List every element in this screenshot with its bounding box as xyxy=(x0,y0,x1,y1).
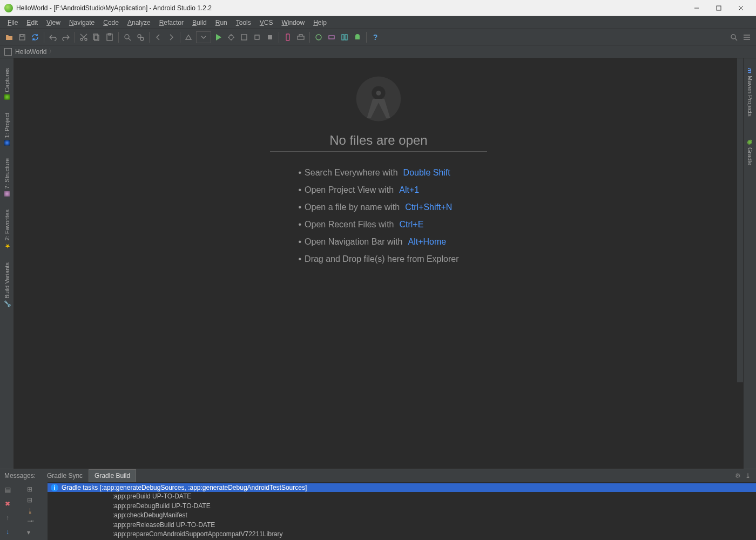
task-header-text: Gradle tasks [:app:generateDebugSources,… xyxy=(62,484,307,491)
toolbar-menu-icon[interactable] xyxy=(741,31,753,43)
help-icon[interactable]: ? xyxy=(369,31,381,43)
left-tab-captures[interactable]: Captures xyxy=(4,63,10,105)
forward-icon[interactable] xyxy=(165,31,177,43)
chevron-right-icon: 〉 xyxy=(49,47,55,56)
messages-tabbar: Messages: Gradle SyncGradle Build ⚙ ⥕ xyxy=(0,469,756,482)
svg-point-14 xyxy=(140,37,144,40)
debug-icon[interactable] xyxy=(225,31,237,43)
svg-rect-16 xyxy=(241,35,247,40)
sync-icon[interactable] xyxy=(29,31,41,43)
maximize-button[interactable] xyxy=(708,1,730,15)
left-tab-2-favorites[interactable]: ★2: Favorites xyxy=(3,204,10,255)
make-icon[interactable] xyxy=(183,31,195,43)
paste-icon[interactable] xyxy=(104,31,116,43)
menubar: FileEditViewNavigateCodeAnalyzeRefactorB… xyxy=(0,16,756,29)
menu-analyze[interactable]: Analyze xyxy=(123,18,155,28)
redo-icon[interactable] xyxy=(60,31,72,43)
save-all-icon[interactable] xyxy=(16,31,28,43)
replace-icon[interactable] xyxy=(134,31,146,43)
coverage-icon[interactable] xyxy=(238,31,250,43)
avd-manager-icon[interactable] xyxy=(282,31,294,43)
find-icon[interactable] xyxy=(122,31,133,43)
profile-icon[interactable] xyxy=(339,31,350,43)
error-prev-icon[interactable]: ✖ xyxy=(3,500,12,508)
breadcrumb[interactable]: HelloWorld 〉 xyxy=(0,45,756,58)
svg-point-20 xyxy=(316,35,321,40)
right-tab-maven-projects[interactable]: mMaven Projects xyxy=(747,63,753,122)
build-output-line[interactable]: :app:preBuild UP-TO-DATE xyxy=(48,492,756,502)
menu-view[interactable]: View xyxy=(42,18,65,28)
sdk-manager-icon[interactable] xyxy=(295,31,307,43)
gradle-task-header[interactable]: i Gradle tasks [:app:generateDebugSource… xyxy=(48,483,756,492)
svg-point-13 xyxy=(138,35,141,38)
menu-help[interactable]: Help xyxy=(309,18,331,28)
menu-vcs[interactable]: VCS xyxy=(255,18,278,28)
attach-debugger-icon[interactable] xyxy=(251,31,263,43)
ddms-icon[interactable] xyxy=(313,31,325,43)
android-icon[interactable] xyxy=(352,31,363,43)
menu-tools[interactable]: Tools xyxy=(232,18,255,28)
right-tool-gutter: mMaven Projects◉Gradle xyxy=(743,58,756,469)
build-output-line[interactable]: :app:checkDebugManifest xyxy=(48,511,756,521)
back-icon[interactable] xyxy=(152,31,164,43)
build-output-line[interactable]: :app:prepareComAndroidSupportAppcompatV7… xyxy=(48,530,756,539)
empty-tip: • Open Project View withAlt+1 xyxy=(298,185,458,195)
empty-tip: • Open a file by name withCtrl+Shift+N xyxy=(298,202,458,212)
menu-code[interactable]: Code xyxy=(99,18,123,28)
search-everywhere-icon[interactable] xyxy=(728,31,740,43)
menu-window[interactable]: Window xyxy=(277,18,309,28)
copy-icon[interactable] xyxy=(91,31,103,43)
svg-rect-19 xyxy=(298,36,304,39)
svg-point-12 xyxy=(125,35,129,39)
empty-tip: • Drag and Drop file(s) here from Explor… xyxy=(298,254,458,264)
menu-refactor[interactable]: Refactor xyxy=(155,18,188,28)
menu-navigate[interactable]: Navigate xyxy=(65,18,99,28)
messages-hide-icon[interactable]: ⥕ xyxy=(745,472,751,480)
svg-rect-17 xyxy=(268,35,272,39)
messages-tab-gradle-build[interactable]: Gradle Build xyxy=(89,469,136,482)
svg-rect-1 xyxy=(717,6,721,10)
right-tab-gradle[interactable]: ◉Gradle xyxy=(746,133,753,171)
svg-rect-22 xyxy=(342,35,344,40)
messages-tree[interactable]: i Gradle tasks [:app:generateDebugSource… xyxy=(48,482,756,540)
arrow-up-icon[interactable]: ↑ xyxy=(3,514,12,522)
undo-icon[interactable] xyxy=(47,31,59,43)
messages-left-gutter: ▤ ✖ ↑ ↓ ⤴ ? xyxy=(0,482,15,540)
menu-file[interactable]: File xyxy=(3,18,22,28)
editor-scrollbar[interactable] xyxy=(737,58,743,382)
collapse-all-icon[interactable]: ⊟ xyxy=(27,496,36,505)
download-icon[interactable]: ⭳ xyxy=(27,507,36,516)
menu-build[interactable]: Build xyxy=(188,18,211,28)
run-config-dropdown[interactable] xyxy=(196,31,211,43)
left-tab-7-structure[interactable]: 7: Structure xyxy=(4,153,10,202)
close-button[interactable] xyxy=(730,1,752,15)
minimize-button[interactable] xyxy=(686,1,707,15)
memory-monitor-icon[interactable] xyxy=(326,31,338,43)
left-tab-1-project[interactable]: 1: Project xyxy=(4,107,10,151)
run-icon[interactable] xyxy=(212,31,224,43)
scroll-to-source-icon[interactable]: ▤ xyxy=(3,485,12,494)
build-output-line[interactable]: :app:preDebugBuild UP-TO-DATE xyxy=(48,502,756,511)
filter-icon[interactable]: ▾ xyxy=(27,529,36,537)
build-output-line[interactable]: :app:preReleaseBuild UP-TO-DATE xyxy=(48,521,756,530)
expand-all-icon[interactable]: ⊞ xyxy=(27,485,36,494)
arrow-down-icon[interactable]: ↓ xyxy=(3,528,12,536)
autoscroll-icon[interactable]: ⭲ xyxy=(27,518,36,526)
svg-rect-5 xyxy=(21,35,23,37)
messages-settings-icon[interactable]: ⚙ xyxy=(735,472,741,480)
messages-tab-gradle-sync[interactable]: Gradle Sync xyxy=(41,469,89,482)
svg-point-6 xyxy=(80,38,83,40)
menu-edit[interactable]: Edit xyxy=(22,18,42,28)
app-icon xyxy=(4,4,13,12)
cut-icon[interactable] xyxy=(78,31,90,43)
messages-label: Messages: xyxy=(4,472,36,480)
svg-point-24 xyxy=(731,35,735,39)
stop-icon[interactable] xyxy=(264,31,276,43)
left-tab-build-variants[interactable]: 🔧Build Variants xyxy=(3,257,10,313)
empty-tip: • Open Recent Files withCtrl+E xyxy=(298,220,458,230)
svg-rect-23 xyxy=(345,35,347,40)
editor-area[interactable]: No files are open • Search Everywhere wi… xyxy=(14,58,743,469)
open-icon[interactable] xyxy=(3,31,15,43)
menu-run[interactable]: Run xyxy=(211,18,232,28)
window-titlebar: HelloWorld - [F:\AndroidStudio\MyApplica… xyxy=(0,0,756,16)
